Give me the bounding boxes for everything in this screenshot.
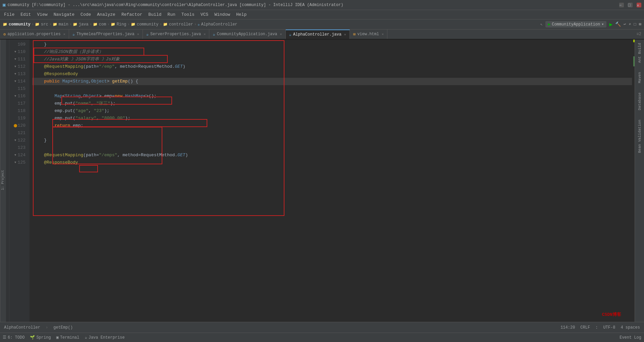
menu-view[interactable]: View	[34, 11, 50, 18]
scroll-thumb[interactable]	[633, 56, 635, 66]
nav-action-1[interactable]: ↩	[624, 22, 626, 27]
line-125: ▼ 125	[9, 159, 28, 166]
tab-icon-server: ☕	[146, 32, 149, 37]
right-tab-database[interactable]: Database	[636, 89, 643, 114]
tab-view-html[interactable]: ⊞ view.html ✕	[350, 30, 387, 39]
todo-icon: ☰	[3, 335, 6, 340]
status-indent[interactable]: 4 spaces	[621, 325, 640, 330]
code-editor[interactable]: } //响应JSON数据（异步请求） //Java对象 》JSON字符串 》Js…	[30, 40, 635, 322]
tab-community-app[interactable]: ☕ CommunityApplication.java ✕	[209, 30, 285, 39]
tab-close-alpha[interactable]: ✕	[344, 33, 346, 37]
line-111: ▼ 111	[9, 56, 28, 63]
menu-vcs[interactable]: VCS	[198, 11, 211, 18]
maximize-button[interactable]: □	[628, 3, 633, 7]
menu-build[interactable]: Build	[146, 11, 164, 18]
menu-help[interactable]: Help	[233, 11, 249, 18]
code-line-117: emp.put("name", "张三");	[32, 100, 635, 107]
status-crlf[interactable]: CRLF	[580, 325, 590, 330]
project-panel-toggle[interactable]: 1: Project	[0, 40, 6, 322]
bottom-terminal[interactable]: ▣ Terminal	[56, 335, 79, 340]
nav-item-ring[interactable]: 📁 Ring	[111, 22, 126, 27]
breadcrumb-method[interactable]: getEmp()	[53, 325, 73, 330]
minimize-button[interactable]: –	[619, 3, 624, 7]
folder-com-icon: 📁	[93, 22, 98, 26]
tab-alpha-controller[interactable]: ☕ AlphaController.java ✕	[286, 30, 350, 39]
bottom-todo[interactable]: ☰ 6: TODO	[3, 335, 24, 340]
run-config-selector[interactable]: ▶ CommunityApplication ▾	[545, 21, 607, 27]
fold-icon-125: ▼	[14, 161, 17, 164]
breadcrumb-controller[interactable]: AlphaController	[4, 325, 40, 330]
tab-thymeleaf[interactable]: ☕ ThymeleafProperties.java ✕	[69, 30, 143, 39]
status-bar-right: 114:20 CRLF : UTF-8 4 spaces	[560, 325, 640, 330]
nav-sep-7: ›	[160, 22, 162, 27]
nav-item-com[interactable]: 📁 com	[93, 22, 106, 27]
folder-ring-icon: 📁	[111, 22, 115, 26]
scroll-marker-1	[633, 40, 635, 42]
nav-item-src[interactable]: 📁 src	[35, 22, 48, 27]
right-tab-ant-build[interactable]: Ant Build	[636, 40, 643, 66]
right-tab-bean[interactable]: Bean Validation	[636, 116, 643, 156]
nav-sep-8: ›	[194, 22, 197, 27]
nav-item-project[interactable]: 📁 community	[3, 22, 31, 27]
tab-application-properties[interactable]: ⚙ application.properties ✕	[0, 30, 69, 39]
nav-action-2[interactable]: ⌕	[629, 22, 631, 27]
tab-close-thymeleaf[interactable]: ✕	[137, 32, 139, 36]
tab-close-community-app[interactable]: ✕	[280, 32, 282, 36]
fold-icon-122: ▼	[14, 139, 17, 142]
menu-tools[interactable]: Tools	[179, 11, 197, 18]
tab-label-app-props: application.properties	[7, 32, 60, 37]
code-line-124: @RequestMapping(path="/emps", method=Req…	[32, 152, 635, 159]
nav-item-main[interactable]: 📁 main	[53, 22, 68, 27]
bottom-java-enterprise[interactable]: ☕ Java Enterprise	[85, 335, 124, 340]
breakpoint-120	[14, 124, 17, 127]
menu-code[interactable]: Code	[78, 11, 94, 18]
nav-item-java[interactable]: 📁 java	[73, 22, 89, 27]
scroll-indicator	[632, 40, 635, 322]
event-log[interactable]: Event Log	[620, 335, 641, 340]
code-line-112: @RequestMapping(path="/emp", method=Requ…	[32, 63, 635, 70]
title-bar-controls[interactable]: – □ ✕	[619, 3, 641, 7]
nav-action-4[interactable]: ⊞	[639, 22, 641, 27]
tab-close-app-props[interactable]: ✕	[63, 32, 65, 36]
spring-label: Spring	[36, 335, 51, 340]
nav-cursor-icon[interactable]: ↖	[540, 22, 543, 27]
code-line-120: return emp;	[32, 122, 635, 129]
code-line-125: @ResponseBody	[32, 159, 635, 166]
bottom-bar: ☰ 6: TODO 🌱 Spring ▣ Terminal ☕ Java Ent…	[0, 333, 644, 342]
bottom-spring[interactable]: 🌱 Spring	[30, 335, 51, 340]
nav-item-controller[interactable]: 📁 controller	[163, 22, 193, 27]
app-icon: ▣	[3, 2, 5, 8]
tab-label-alpha: AlphaController.java	[293, 32, 341, 37]
tab-icon-community-app: ☕	[213, 32, 215, 37]
menu-navigate[interactable]: Navigate	[51, 11, 77, 18]
menu-file[interactable]: File	[1, 11, 17, 18]
tab-label-community-app: CommunityApplication.java	[217, 32, 277, 37]
tab-icon-thymeleaf: ☕	[72, 32, 75, 37]
menu-run[interactable]: Run	[165, 11, 178, 18]
menu-analyze[interactable]: Analyze	[94, 11, 118, 18]
folder-icon: 📁	[3, 22, 7, 26]
tab-server-props[interactable]: ☕ ServerProperties.java ✕	[143, 30, 210, 39]
right-tab-maven[interactable]: Maven	[636, 69, 643, 87]
tab-close-server[interactable]: ✕	[204, 32, 206, 36]
build-button[interactable]: 🔨	[615, 21, 621, 27]
code-line-119: emp.put("salary", "8000.00");	[32, 115, 635, 122]
todo-label: 6: TODO	[8, 335, 24, 340]
nav-community-label: community	[9, 22, 31, 27]
close-button[interactable]: ✕	[637, 3, 641, 7]
menu-window[interactable]: Window	[212, 11, 233, 18]
nav-item-community[interactable]: 📁 community	[131, 22, 159, 27]
menu-refactor[interactable]: Refactor	[119, 11, 145, 18]
nav-item-alpha[interactable]: ☕ AlphaController	[198, 22, 237, 27]
main-area: 1: Project 109 ▼ 110 ▼ 111 ▼ 112 ▼ 1	[0, 40, 644, 322]
run-button[interactable]: ▶	[609, 21, 612, 28]
menu-edit[interactable]: Edit	[18, 11, 34, 18]
tab-bar: ⚙ application.properties ✕ ☕ ThymeleafPr…	[0, 30, 644, 40]
tab-close-view[interactable]: ✕	[382, 32, 384, 36]
status-sep1: :	[595, 325, 598, 330]
tab-label-server: ServerProperties.java	[150, 32, 201, 37]
nav-com-label: com	[99, 22, 106, 27]
nav-action-3[interactable]: □	[634, 22, 636, 27]
status-encoding[interactable]: UTF-8	[603, 325, 615, 330]
java-file-icon: ☕	[198, 22, 200, 26]
